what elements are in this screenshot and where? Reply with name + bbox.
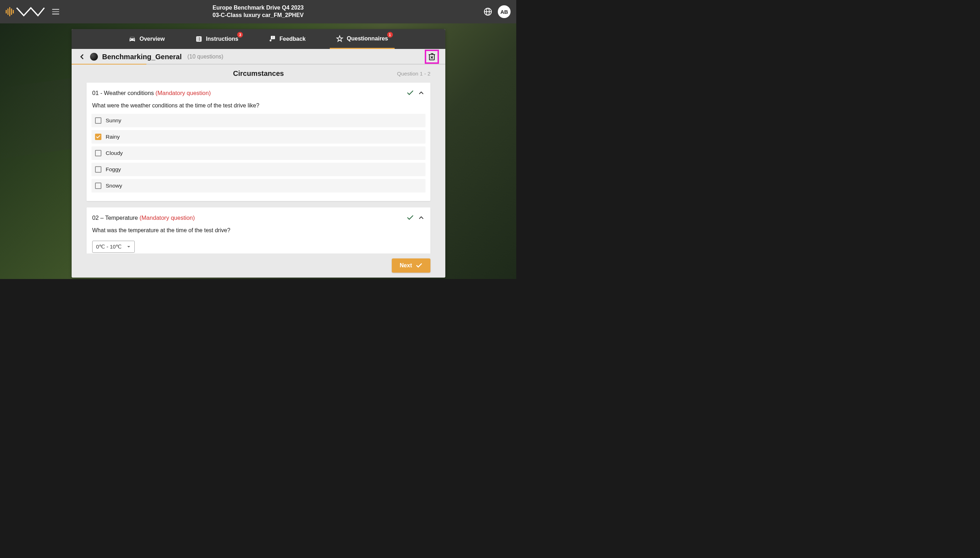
footer: Next (72, 253, 445, 277)
question-text: What was the temperature at the time of … (92, 227, 425, 234)
option-label: Snowy (106, 182, 122, 189)
option-sunny[interactable]: Sunny (92, 114, 425, 127)
trash-x-icon (428, 53, 435, 61)
checkbox[interactable] (95, 150, 102, 156)
reset-button[interactable] (425, 50, 439, 64)
collapse-button[interactable] (418, 214, 425, 221)
globe-icon[interactable] (484, 7, 492, 16)
option-cloudy[interactable]: Cloudy (92, 146, 425, 160)
user-avatar[interactable]: AB (498, 5, 511, 18)
checkbox[interactable] (95, 182, 102, 189)
question-number-title: 01 - Weather conditions (92, 90, 154, 96)
option-foggy[interactable]: Foggy (92, 163, 425, 176)
option-rainy[interactable]: Rainy (92, 130, 425, 144)
status-dot-icon (90, 53, 98, 61)
mandatory-label: (Mandatory question) (154, 90, 211, 96)
question-card-1: 01 - Weather conditions (Mandatory quest… (87, 83, 430, 201)
option-snowy[interactable]: Snowy (92, 179, 425, 192)
temperature-dropdown[interactable]: 0℃ - 10℃ (92, 241, 135, 253)
question-text: What were the weather conditions at the … (92, 102, 425, 109)
avatar-initials: AB (500, 9, 508, 15)
app-logo (6, 7, 45, 17)
check-icon (415, 262, 423, 269)
section-header: Circumstances Question 1 - 2 (72, 64, 445, 83)
feedback-icon (269, 36, 276, 43)
menu-button[interactable] (51, 6, 61, 17)
tab-label: Questionnaires (347, 36, 388, 42)
checklist-icon (195, 36, 202, 43)
answered-check-icon (406, 89, 414, 97)
tab-label: Feedback (279, 36, 305, 42)
checkbox[interactable] (95, 166, 102, 172)
main-panel: Overview Instructions 3 Feedback Questio… (72, 29, 445, 277)
tab-feedback[interactable]: Feedback (263, 29, 312, 49)
dropdown-value: 0℃ - 10℃ (96, 243, 121, 250)
tab-overview[interactable]: Overview (122, 29, 171, 49)
badge: 3 (237, 32, 243, 38)
car-icon (129, 36, 136, 43)
tab-label: Instructions (206, 36, 239, 42)
tab-bar: Overview Instructions 3 Feedback Questio… (72, 29, 445, 49)
questionnaire-name: Benchmarking_General (102, 53, 182, 61)
logo-wave-icon (16, 7, 45, 17)
collapse-button[interactable] (418, 89, 425, 97)
tab-label: Overview (140, 36, 164, 42)
checkbox[interactable] (95, 134, 102, 140)
next-button[interactable]: Next (392, 258, 430, 272)
title-line-1: Europe Benchmark Drive Q4 2023 (212, 4, 304, 12)
option-label: Cloudy (106, 150, 123, 156)
title-line-2: 03-C-Class luxury car_FM_2PHEV (212, 12, 304, 19)
badge: 1 (387, 32, 393, 38)
next-label: Next (400, 263, 412, 269)
section-title: Circumstances (233, 69, 284, 78)
option-label: Foggy (106, 166, 121, 172)
answered-check-icon (406, 214, 414, 222)
option-label: Sunny (106, 117, 121, 124)
question-range: Question 1 - 2 (397, 71, 430, 77)
chevron-down-icon (126, 245, 131, 249)
questionnaire-header: Benchmarking_General (10 questions) (72, 49, 445, 64)
checkbox[interactable] (95, 117, 102, 124)
back-button[interactable] (78, 53, 86, 61)
question-card-2: 02 – Temperature (Mandatory question) Wh… (87, 207, 430, 260)
option-label: Rainy (106, 134, 120, 140)
page-title: Europe Benchmark Drive Q4 2023 03-C-Clas… (212, 4, 304, 19)
content-area: Circumstances Question 1 - 2 01 - Weathe… (72, 64, 445, 277)
top-bar: Europe Benchmark Drive Q4 2023 03-C-Clas… (0, 0, 516, 23)
mandatory-label: (Mandatory question) (138, 215, 195, 221)
question-number-title: 02 – Temperature (92, 215, 138, 221)
tab-questionnaires[interactable]: Questionnaires 1 (330, 29, 394, 49)
tab-instructions[interactable]: Instructions 3 (189, 29, 245, 49)
svg-point-3 (270, 40, 272, 41)
star-icon (336, 35, 343, 42)
question-count: (10 questions) (187, 54, 223, 60)
